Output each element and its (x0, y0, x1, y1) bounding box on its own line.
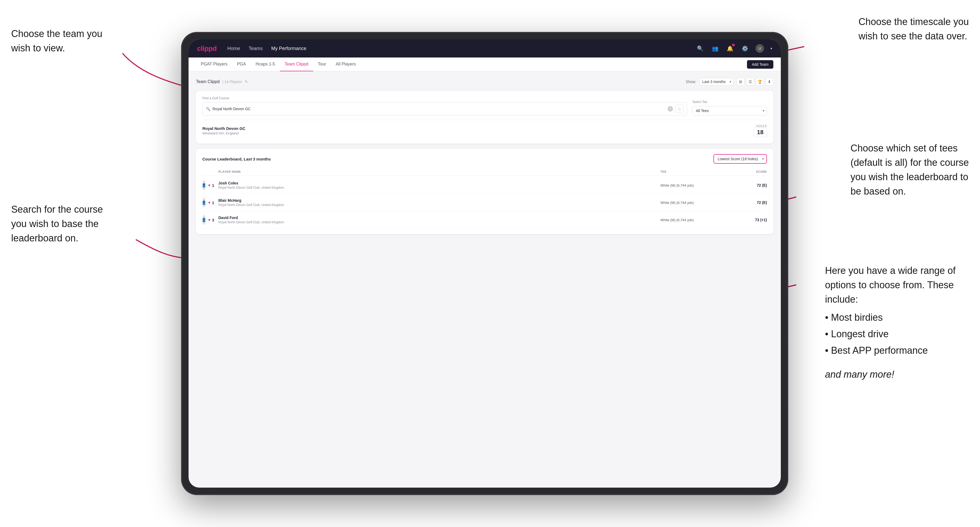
edit-icon[interactable]: ✎ (245, 79, 248, 84)
annot-bl-line3: leaderboard on. (11, 233, 78, 243)
tee-col-3: White (M) (6,744 yds) (660, 218, 735, 222)
heart-icon-1: ♥ (208, 183, 210, 187)
search-input-wrapper: 🔍 ✕ ☆ (202, 102, 687, 116)
player-avatar-1: 👤 (202, 181, 205, 190)
bullet-item-3: Best APP performance (825, 342, 969, 359)
annot-mr-line4: be based on. (851, 186, 906, 197)
bullet-item-2: Longest drive (825, 326, 969, 342)
leaderboard-header: Course Leaderboard, Last 3 months Lowest… (202, 154, 767, 163)
nav-teams[interactable]: Teams (249, 46, 263, 51)
score-col-3: 73 (+1) (735, 218, 767, 222)
bullet-item-1: Most birdies (825, 309, 969, 326)
navbar-right: 🔍 👥 🔔 ⚙️ U ▾ (696, 44, 772, 53)
leaderboard-card: Course Leaderboard, Last 3 months Lowest… (196, 149, 773, 234)
col-score-header: SCORE (735, 170, 767, 173)
player-club-1: Royal North Devon Golf Club, United King… (218, 186, 660, 189)
user-avatar[interactable]: U (756, 44, 764, 53)
heart-icon-3: ♥ (208, 218, 210, 222)
search-clear-button[interactable]: ✕ (668, 106, 673, 111)
rank-col-1: 👤 ♥ 1 (202, 181, 218, 190)
player-name-1: Josh Coles (218, 181, 660, 185)
search-col: Find a Golf Course 🔍 ✕ ☆ (202, 96, 687, 116)
main-content: Team Clippd | 14 Players ✎ Show: Last 3 … (189, 71, 781, 487)
player-name-3: David Ford (218, 216, 660, 220)
app-logo: clippd (197, 44, 217, 53)
annotation-top-left: Choose the team you wish to view. (11, 27, 102, 56)
table-row: 👤 ♥ 3 David Ford Royal North Devon Golf … (202, 211, 767, 229)
tab-hcaps[interactable]: Hcaps 1-5 (251, 57, 280, 71)
player-count: | 14 Players (222, 79, 242, 84)
annot-bl-line2: you wish to base the (11, 218, 99, 229)
table-row: 👤 ♥ 1 Josh Coles Royal North Devon Golf … (202, 177, 767, 194)
list-view-button[interactable]: ☰ (746, 78, 754, 86)
table-row: 👤 ♥ 1 Blair McHarg Royal North Devon Gol… (202, 194, 767, 211)
annot-br-intro: Here you have a wide range of options to… (825, 265, 956, 305)
team-controls: Show: Last 3 months ⊞ ☰ 🏆 ⬇ (686, 78, 773, 86)
search-icon[interactable]: 🔍 (696, 44, 704, 53)
lb-title-text: Course Leaderboard, (202, 157, 243, 161)
people-icon[interactable]: 👥 (711, 44, 719, 53)
app-container: clippd Home Teams My Performance 🔍 👥 🔔 ⚙… (189, 40, 781, 487)
annot-tl-line2: wish to view. (11, 43, 65, 54)
rank-col-3: 👤 ♥ 3 (202, 215, 218, 225)
notification-icon[interactable]: 🔔 (725, 44, 734, 53)
leaderboard-table: PLAYER NAME TEE SCORE 👤 ♥ 1 (202, 168, 767, 229)
leaderboard-title: Course Leaderboard, Last 3 months (202, 157, 271, 161)
avatar-chevron[interactable]: ▾ (770, 46, 772, 51)
find-label: Find a Golf Course (202, 96, 687, 100)
course-result-info: Royal North Devon GC Westward Ho!, Engla… (202, 126, 245, 135)
annot-bl-line1: Search for the course (11, 204, 103, 215)
trophy-view-button[interactable]: 🏆 (756, 78, 764, 86)
tab-tour[interactable]: Tour (313, 57, 331, 71)
course-search-input[interactable] (213, 107, 665, 111)
holes-number: 18 (754, 127, 767, 137)
annotation-mid-right: Choose which set of tees (default is all… (851, 141, 969, 198)
col-rank-header (202, 170, 218, 173)
rank-num-1: 1 (212, 183, 218, 187)
player-club-3: Royal North Devon Golf Club, United King… (218, 221, 660, 224)
grid-view-button[interactable]: ⊞ (737, 78, 745, 86)
show-label: Show: (686, 79, 696, 84)
tee-col-1: White (M) (6,744 yds) (660, 183, 735, 187)
tee-col-2: White (M) (6,744 yds) (660, 201, 735, 205)
player-name-col-3: David Ford Royal North Devon Golf Club, … (218, 216, 660, 224)
lb-period: Last 3 months (243, 157, 271, 161)
and-more-text: and many more! (825, 367, 969, 382)
tab-all-players[interactable]: All Players (331, 57, 361, 71)
team-header: Team Clippd | 14 Players ✎ Show: Last 3 … (196, 78, 773, 86)
score-type-select[interactable]: Lowest Score (18 holes) Most Birdies Lon… (714, 155, 767, 163)
score-col-2: 72 (E) (735, 200, 767, 205)
nav-home[interactable]: Home (228, 46, 240, 51)
tablet-screen: clippd Home Teams My Performance 🔍 👥 🔔 ⚙… (189, 40, 781, 487)
player-club-2: Royal North Devon Golf Club, United King… (218, 203, 660, 207)
tee-select[interactable]: All Tees White (M) Yellow (M) Red (W) (692, 106, 767, 116)
rank-num-3: 3 (212, 218, 218, 222)
show-dropdown[interactable]: Last 3 months (699, 78, 733, 86)
star-button[interactable]: ☆ (675, 105, 684, 113)
add-team-button[interactable]: Add Team (747, 60, 773, 69)
nav-my-performance[interactable]: My Performance (271, 46, 307, 51)
rank-col-2: 👤 ♥ 1 (202, 198, 218, 207)
tee-label: Select Tee (692, 100, 767, 104)
tab-team-clippd[interactable]: Team Clippd (280, 57, 313, 71)
rank-num-2: 1 (212, 200, 218, 205)
player-name-col-1: Josh Coles Royal North Devon Golf Club, … (218, 181, 660, 189)
annotation-bottom-left: Search for the course you wish to base t… (11, 202, 103, 245)
heart-icon-2: ♥ (208, 200, 210, 205)
sub-navbar: PGAT Players PGA Hcaps 1-5 Team Clippd T… (189, 57, 781, 71)
tee-dropdown-wrapper: All Tees White (M) Yellow (M) Red (W) (692, 106, 767, 116)
settings-icon[interactable]: ⚙️ (741, 44, 749, 53)
tablet-frame: clippd Home Teams My Performance 🔍 👥 🔔 ⚙… (181, 32, 788, 495)
col-tee-header: TEE (660, 170, 735, 173)
holes-label: Holes (754, 124, 767, 127)
tab-pga[interactable]: PGA (232, 57, 251, 71)
download-button[interactable]: ⬇ (765, 78, 773, 86)
tab-pgat-players[interactable]: PGAT Players (196, 57, 232, 71)
tee-col: Select Tee All Tees White (M) Yellow (M)… (692, 100, 767, 116)
course-location: Westward Ho!, England (202, 131, 245, 135)
navbar-links: Home Teams My Performance (228, 46, 307, 51)
course-result: Royal North Devon GC Westward Ho!, Engla… (202, 120, 767, 138)
player-avatar-2: 👤 (202, 198, 205, 207)
search-icon-inner: 🔍 (206, 107, 210, 111)
notification-badge (732, 44, 735, 46)
